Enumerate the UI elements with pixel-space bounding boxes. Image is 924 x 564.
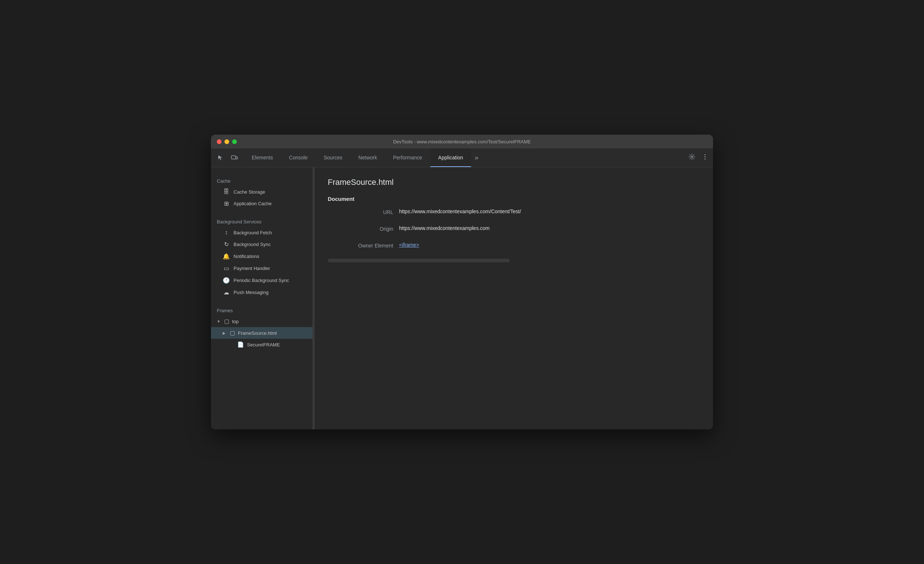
tab-sources[interactable]: Sources: [316, 148, 350, 167]
progress-bar: [328, 259, 510, 262]
inspect-icon[interactable]: [215, 153, 225, 163]
document-heading: Document: [328, 196, 700, 202]
svg-rect-1: [236, 157, 237, 159]
tab-performance[interactable]: Performance: [385, 148, 430, 167]
svg-point-4: [705, 156, 706, 158]
tabs: Elements Console Sources Network Perform…: [244, 148, 684, 167]
svg-rect-0: [231, 156, 236, 159]
main-area: Cache 🗄 Cache Storage ⊞ Application Cach…: [211, 167, 713, 429]
sidebar-item-periodic-bg-sync[interactable]: 🕐 Periodic Background Sync: [211, 274, 312, 286]
close-button[interactable]: [217, 140, 222, 144]
window-title: DevTools - www.mixedcontentexamples.com/…: [393, 139, 531, 144]
frame-item-top[interactable]: ▼ ▢ top: [211, 315, 312, 327]
chevron-down-icon: ▼: [217, 320, 221, 324]
frames-section-label: Frames: [211, 306, 312, 315]
url-label: URL: [328, 208, 393, 215]
traffic-lights: [217, 140, 237, 144]
sidebar-item-application-cache[interactable]: ⊞ Application Cache: [211, 198, 312, 210]
tab-application[interactable]: Application: [430, 148, 471, 167]
cache-section-label: Cache: [211, 176, 312, 186]
tab-bar: Elements Console Sources Network Perform…: [211, 148, 713, 167]
sidebar-item-cache-storage[interactable]: 🗄 Cache Storage: [211, 186, 312, 198]
cloud-icon: ☁: [223, 289, 230, 296]
chevron-right-icon: ▶: [223, 331, 227, 335]
device-toggle-icon[interactable]: [229, 153, 239, 163]
minimize-button[interactable]: [225, 140, 229, 144]
url-value: https://www.mixedcontentexamples.com/Con…: [399, 208, 700, 215]
svg-point-5: [705, 159, 706, 160]
sidebar: Cache 🗄 Cache Storage ⊞ Application Cach…: [211, 167, 313, 429]
more-options-icon[interactable]: [701, 153, 709, 162]
bg-services-section-label: Background Services: [211, 217, 312, 227]
sync-icon: ↻: [223, 241, 230, 248]
frame-item-framesource[interactable]: ▶ ▢ FrameSource.html: [211, 327, 312, 339]
settings-icon[interactable]: [688, 153, 696, 162]
svg-point-3: [705, 154, 706, 155]
sidebar-item-push-messaging[interactable]: ☁ Push Messaging: [211, 286, 312, 298]
sidebar-item-payment-handler[interactable]: ▭ Payment Handler: [211, 262, 312, 274]
origin-value: https://www.mixedcontentexamples.com: [399, 225, 700, 232]
frame-item-secureiframe[interactable]: 📄 SecureIFRAME: [211, 339, 312, 350]
tab-console[interactable]: Console: [281, 148, 315, 167]
origin-label: Origin: [328, 225, 393, 232]
owner-element-link[interactable]: <iframe>: [399, 242, 700, 249]
tab-actions: [684, 148, 713, 167]
sidebar-item-background-fetch[interactable]: ↕ Background Fetch: [211, 227, 312, 238]
title-bar: DevTools - www.mixedcontentexamples.com/…: [211, 135, 713, 148]
tab-elements[interactable]: Elements: [244, 148, 281, 167]
info-grid: URL https://www.mixedcontentexamples.com…: [328, 208, 700, 249]
page-title: FrameSource.html: [328, 178, 700, 187]
tab-icon-area: [211, 148, 244, 167]
fetch-icon: ↕: [223, 229, 230, 236]
svg-point-2: [691, 156, 693, 158]
tab-network[interactable]: Network: [350, 148, 385, 167]
owner-element-label: Owner Element: [328, 242, 393, 249]
sidebar-item-background-sync[interactable]: ↻ Background Sync: [211, 238, 312, 250]
maximize-button[interactable]: [232, 140, 237, 144]
devtools-window: DevTools - www.mixedcontentexamples.com/…: [211, 135, 713, 429]
database-icon: 🗄: [223, 189, 230, 195]
content-panel: FrameSource.html Document URL https://ww…: [315, 167, 713, 429]
grid-icon: ⊞: [223, 200, 230, 207]
file-icon: 📄: [237, 341, 244, 348]
payment-icon: ▭: [223, 265, 230, 272]
more-tabs-button[interactable]: »: [471, 148, 482, 167]
frame-folder-icon: ▢: [224, 318, 229, 325]
clock-icon: 🕐: [223, 277, 230, 284]
frame-folder-icon-2: ▢: [230, 330, 235, 336]
bell-icon: 🔔: [223, 253, 230, 260]
sidebar-item-notifications[interactable]: 🔔 Notifications: [211, 250, 312, 262]
